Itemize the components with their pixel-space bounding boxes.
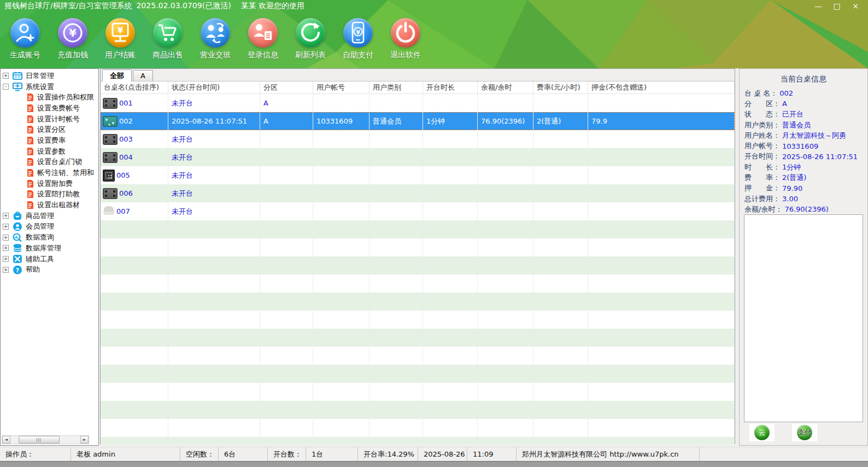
column-header-zone[interactable]: 分区 — [260, 81, 313, 94]
sidebar-item-database-management[interactable]: + 数据库管理 — [1, 243, 98, 254]
column-header-status[interactable]: 状态(开台时间) — [168, 81, 260, 94]
company-info: 郑州月太智源科技有限公司 http://www.u7pk.cn — [517, 447, 700, 461]
document-icon — [26, 136, 34, 145]
self-pay-button[interactable]: ¥ 自助支付 — [339, 12, 377, 68]
minimize-button[interactable]: — — [809, 0, 828, 12]
column-header-rate[interactable]: 费率(元/小时) — [533, 81, 588, 94]
zone-tabs: 全部 A — [101, 69, 735, 81]
table-row-006[interactable]: 006 未开台 — [101, 184, 735, 202]
column-header-duration[interactable]: 开台时长 — [423, 81, 478, 94]
pay-button[interactable]: 支付 — [792, 424, 817, 441]
sidebar-item-account-cancel-disable[interactable]: 帐号注销、禁用和 — [1, 167, 98, 178]
chair-icon — [103, 206, 115, 217]
exit-button[interactable]: 退出软件 — [387, 12, 424, 68]
sidebar-item-data-query[interactable]: + 数据查询 — [1, 232, 98, 243]
monitor-yen-icon: ¥ — [105, 18, 135, 48]
expand-icon[interactable]: + — [3, 256, 9, 262]
column-header-deposit[interactable]: 押金(不包含赠送) — [588, 81, 735, 94]
cart-icon — [153, 18, 183, 48]
refresh-list-button[interactable]: 刷新列表 — [292, 12, 329, 68]
operator-label: 操作员： — [0, 447, 71, 461]
info-panel-blank-box — [744, 214, 863, 422]
recharge-button[interactable]: ¥ 充值加钱 — [54, 12, 91, 68]
app-window: 摇钱树台球厅/棋牌室/自习室管理系统 2025.02.03.0709(已激活) … — [0, 0, 868, 467]
column-header-balance[interactable]: 余额/余时 — [478, 81, 533, 94]
refresh-icon — [296, 18, 325, 48]
generate-account-button[interactable]: 生成账号 — [7, 12, 44, 68]
sidebar-item-set-timed-accounts[interactable]: 设置计时帐号 — [1, 114, 98, 125]
shift-change-button[interactable]: 营业交班 — [197, 12, 234, 68]
table-row-002-selected[interactable]: 002 2025-08-26 11:07:51 A 10331609 普通会员 … — [101, 112, 735, 130]
scrollbar-thumb[interactable] — [19, 436, 59, 443]
info-panel-title: 当前台桌信息 — [740, 74, 867, 84]
sidebar-item-member-management[interactable]: + 会员管理 — [1, 221, 98, 232]
close-button[interactable]: × — [846, 0, 865, 12]
open-rate: 开台率:14.29% — [358, 447, 418, 461]
table-row-empty — [101, 220, 735, 238]
tree-horizontal-scrollbar[interactable]: ◄ ► — [2, 435, 89, 444]
expand-icon[interactable]: + — [3, 235, 9, 241]
document-icon — [26, 157, 34, 166]
svg-text:?: ? — [16, 266, 19, 273]
login-info-button[interactable]: 登录信息 — [244, 12, 281, 68]
expand-icon[interactable]: + — [3, 267, 9, 273]
sidebar-item-goods-management[interactable]: + 商品管理 — [1, 211, 98, 221]
expand-icon[interactable]: + — [3, 213, 9, 219]
expand-icon[interactable]: + — [3, 245, 9, 251]
sidebar-item-set-zones[interactable]: 设置分区 — [1, 124, 98, 135]
sidebar-item-system-settings[interactable]: - 系统设置 — [1, 81, 98, 92]
sidebar-item-set-free-accounts[interactable]: 设置免费帐号 — [1, 103, 98, 114]
scroll-right-arrow-icon[interactable]: ► — [80, 436, 89, 443]
sidebar-item-set-parameters[interactable]: 设置参数 — [1, 146, 98, 157]
expand-icon[interactable]: + — [3, 224, 9, 230]
pool-table-icon — [103, 152, 118, 163]
info-field-deposit: 押 金：79.90 — [744, 183, 867, 194]
tab-all[interactable]: 全部 — [102, 69, 132, 81]
table-row-003[interactable]: 003 未开台 — [101, 130, 735, 148]
maximize-button[interactable]: □ — [828, 0, 846, 12]
table-header: 台桌名(点击排序) 状态(开台时间) 分区 用户帐号 用户类别 开台时长 余额/… — [101, 81, 735, 94]
sidebar-item-set-rental-equipment[interactable]: 设置出租器材 — [1, 200, 98, 211]
table-row-007[interactable]: 007 未开台 — [101, 202, 735, 220]
sidebar-item-set-tables-locks[interactable]: 设置台桌/门锁 — [1, 157, 98, 168]
column-header-account[interactable]: 用户帐号 — [313, 81, 370, 94]
sidebar-item-set-operators[interactable]: 设置操作员和权限 — [1, 92, 98, 103]
goods-bag-icon — [12, 211, 23, 220]
user-plus-icon — [10, 18, 40, 48]
cloud-button[interactable]: 云 — [749, 424, 775, 441]
sidebar-item-set-coach[interactable]: 设置陪打助教 — [1, 189, 98, 200]
table-body: 001 未开台 A 002 2025-08-26 11:07:51 A 1033… — [101, 94, 735, 444]
table-row-empty — [101, 347, 735, 365]
sidebar-item-daily-management[interactable]: + 日常管理 — [1, 71, 98, 81]
toolbar: 生成账号 ¥ 充值加钱 ¥ 用户结账 — [0, 12, 868, 68]
table-panel: 全部 A 台桌名(点击排序) 状态(开台时间) 分区 用户帐号 用户类别 开台时… — [100, 68, 735, 444]
table-row-005[interactable]: 005 未开台 — [101, 166, 735, 184]
column-header-user-type[interactable]: 用户类别 — [370, 81, 423, 94]
login-info-icon — [248, 18, 278, 48]
collapse-icon[interactable]: - — [3, 84, 9, 90]
member-icon — [12, 222, 23, 231]
sidebar-item-auxiliary-tools[interactable]: + 辅助工具 — [1, 254, 98, 265]
checkout-button[interactable]: ¥ 用户结账 — [102, 12, 139, 68]
column-header-table-name[interactable]: 台桌名(点击排序) — [101, 81, 168, 94]
expand-icon[interactable]: + — [3, 73, 9, 79]
app-title: 摇钱树台球厅/棋牌室/自习室管理系统 — [4, 1, 132, 11]
table-row-004[interactable]: 004 未开台 — [101, 148, 735, 166]
sell-goods-button[interactable]: 商品出售 — [149, 12, 186, 68]
calendar-icon — [12, 71, 23, 80]
table-row-empty — [101, 365, 735, 383]
sidebar-item-set-rates[interactable]: 设置费率 — [1, 135, 98, 146]
sidebar-item-help[interactable]: + ? 帮助 — [1, 264, 98, 275]
scroll-left-arrow-icon[interactable]: ◄ — [2, 436, 10, 443]
table-row-001[interactable]: 001 未开台 A — [101, 94, 735, 112]
status-bar: 操作员： 老板 admin 空闲数： 6台 开台数： 1台 开台率:14.29%… — [0, 447, 868, 461]
document-icon — [26, 115, 34, 124]
tab-zone-a[interactable]: A — [133, 70, 153, 81]
sidebar-tree: + 日常管理 - 系统设置 设置操作员和权限 设置免费帐号 设置计时帐号 设置分… — [0, 68, 99, 446]
info-field-open-time: 开台时间：2025-08-26 11:07:51 — [744, 151, 867, 162]
idle-count-label: 空闲数： — [180, 447, 219, 461]
scrollbar-track[interactable] — [10, 436, 80, 443]
info-field-user-account: 用户帐号：10331609 — [744, 141, 867, 151]
window-controls: — □ × — [809, 0, 865, 12]
sidebar-item-set-surcharge[interactable]: 设置附加费 — [1, 178, 98, 189]
